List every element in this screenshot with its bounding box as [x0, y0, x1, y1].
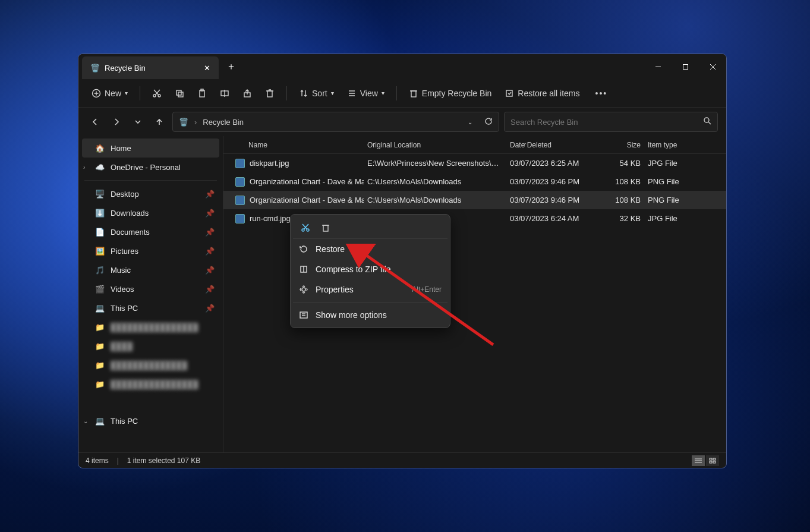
svg-rect-33 [713, 458, 716, 460]
more-button[interactable]: ••• [591, 85, 613, 102]
maximize-button[interactable] [672, 54, 699, 79]
forward-button[interactable] [108, 114, 125, 130]
file-size: 32 KB [597, 214, 644, 223]
file-date: 03/07/2023 9:46 PM [506, 177, 597, 186]
sidebar-onedrive[interactable]: ›☁️OneDrive - Personal [78, 158, 223, 177]
column-headers: Name⌃ Original Location Date Deleted Siz… [223, 136, 726, 154]
music-icon: 🎵 [95, 265, 105, 275]
pin-icon: 📌 [205, 209, 215, 218]
file-row[interactable]: diskpart.jpgE:\Work\Princess\New Screens… [223, 154, 726, 172]
recent-dropdown[interactable] [130, 114, 146, 130]
toolbar: New ▾ Sort ▾ View ▾ Empty Recycle Bin Re… [78, 79, 726, 108]
col-location[interactable]: Original Location [364, 141, 506, 149]
copy-button[interactable] [170, 85, 189, 102]
minimize-button[interactable] [644, 54, 672, 79]
sidebar-home[interactable]: 🏠Home [82, 138, 219, 158]
pin-icon: 📌 [205, 228, 215, 237]
col-date[interactable]: Date Deleted [506, 141, 597, 149]
file-row[interactable]: Organizational Chart - Dave & Mar...C:\U… [223, 172, 726, 191]
search-input[interactable] [510, 118, 703, 127]
navigation-pane: 🏠Home ›☁️OneDrive - Personal 🖥️Desktop📌 … [78, 136, 223, 452]
back-button[interactable] [87, 114, 103, 130]
chevron-down-icon: ▾ [331, 90, 334, 96]
ctx-compress[interactable]: Compress to ZIP file [293, 259, 447, 279]
search-box[interactable] [504, 112, 718, 132]
file-type: JPG File [644, 159, 698, 168]
separator [84, 180, 217, 181]
recycle-bin-icon: 🗑️ [90, 63, 100, 73]
thumbnails-view-button[interactable] [706, 455, 719, 466]
ctx-restore[interactable]: Restore [293, 239, 447, 259]
sidebar-music[interactable]: 🎵Music📌 [78, 260, 223, 279]
delete-button[interactable] [260, 85, 279, 102]
new-button[interactable]: New ▾ [87, 85, 133, 102]
sidebar-thispc[interactable]: 💻This PC📌 [78, 298, 223, 317]
view-button[interactable]: View ▾ [342, 85, 389, 102]
svg-rect-32 [710, 458, 712, 460]
sidebar-desktop[interactable]: 🖥️Desktop📌 [78, 184, 223, 203]
sidebar-label: Pictures [111, 247, 138, 256]
file-icon [235, 177, 245, 187]
file-icon [235, 196, 245, 205]
details-view-button[interactable] [692, 455, 705, 466]
file-type: PNG File [644, 196, 698, 204]
pin-icon: 📌 [205, 304, 215, 313]
chevron-right-icon[interactable]: › [83, 164, 85, 171]
tab-recycle-bin[interactable]: 🗑️ Recycle Bin ✕ [82, 56, 219, 79]
address-bar[interactable]: 🗑️ › Recycle Bin ⌄ [172, 112, 499, 132]
col-size[interactable]: Size [597, 141, 644, 149]
sidebar-folder[interactable]: 📁██████████████ [78, 355, 223, 374]
close-button[interactable] [699, 54, 726, 79]
share-button[interactable] [238, 85, 257, 102]
separator [140, 86, 140, 100]
ctx-show-more[interactable]: Show more options [293, 305, 447, 325]
pictures-icon: 🖼️ [95, 246, 105, 256]
pc-icon: 💻 [95, 303, 105, 313]
file-row[interactable]: Organizational Chart - Dave & Mar...C:\U… [223, 191, 726, 209]
svg-rect-18 [267, 91, 272, 97]
paste-button[interactable] [193, 85, 212, 102]
file-location: E:\Work\Princess\New Screenshots\How... [364, 159, 506, 168]
sort-button[interactable]: Sort ▾ [294, 85, 339, 102]
ctx-restore-label: Restore [316, 244, 345, 254]
sidebar-downloads[interactable]: ⬇️Downloads📌 [78, 203, 223, 222]
downloads-icon: ⬇️ [95, 208, 105, 218]
ctx-delete-button[interactable] [317, 219, 335, 236]
sidebar-documents[interactable]: 📄Documents📌 [78, 222, 223, 241]
file-size: 54 KB [597, 159, 644, 168]
separator [293, 302, 447, 303]
empty-recycle-bin-button[interactable]: Empty Recycle Bin [404, 85, 496, 102]
sidebar-folder[interactable]: 📁████ [78, 336, 223, 355]
file-name: run-cmd.jpg [250, 214, 291, 223]
col-name[interactable]: Name⌃ [232, 141, 364, 149]
search-icon[interactable] [703, 117, 711, 127]
folder-icon: 📁 [95, 341, 105, 351]
sidebar-pictures[interactable]: 🖼️Pictures📌 [78, 241, 223, 260]
refresh-button[interactable] [484, 117, 493, 127]
new-tab-button[interactable]: ＋ [219, 54, 244, 79]
chevron-down-icon[interactable]: ⌄ [83, 418, 88, 424]
ctx-properties-shortcut: Alt+Enter [412, 285, 442, 294]
sidebar-thispc-tree[interactable]: ⌄💻This PC [78, 411, 223, 430]
restore-all-label: Restore all items [518, 89, 579, 98]
ctx-cut-button[interactable] [297, 219, 314, 236]
chevron-down-icon[interactable]: ⌄ [468, 119, 472, 125]
file-date: 03/07/2023 6:25 AM [506, 159, 597, 168]
chevron-down-icon: ▾ [125, 90, 128, 96]
rename-button[interactable] [215, 85, 234, 102]
cloud-icon: ☁️ [95, 162, 105, 172]
sidebar-videos[interactable]: 🎬Videos📌 [78, 279, 223, 298]
status-bar: 4 items | 1 item selected 107 KB [78, 452, 726, 468]
file-name: diskpart.jpg [250, 159, 289, 168]
sidebar-folder[interactable]: 📁████████████████ [78, 374, 223, 394]
cut-button[interactable] [147, 85, 166, 102]
sort-asc-icon: ⌃ [523, 142, 528, 148]
restore-all-button[interactable]: Restore all items [500, 85, 584, 102]
sidebar-folder[interactable]: 📁████████████████ [78, 317, 223, 336]
col-type[interactable]: Item type [644, 141, 698, 149]
ctx-properties[interactable]: Properties Alt+Enter [293, 279, 447, 300]
tab-close-button[interactable]: ✕ [204, 64, 210, 73]
folder-icon: 📁 [95, 360, 105, 370]
up-button[interactable] [151, 114, 168, 130]
file-type: JPG File [644, 214, 698, 223]
